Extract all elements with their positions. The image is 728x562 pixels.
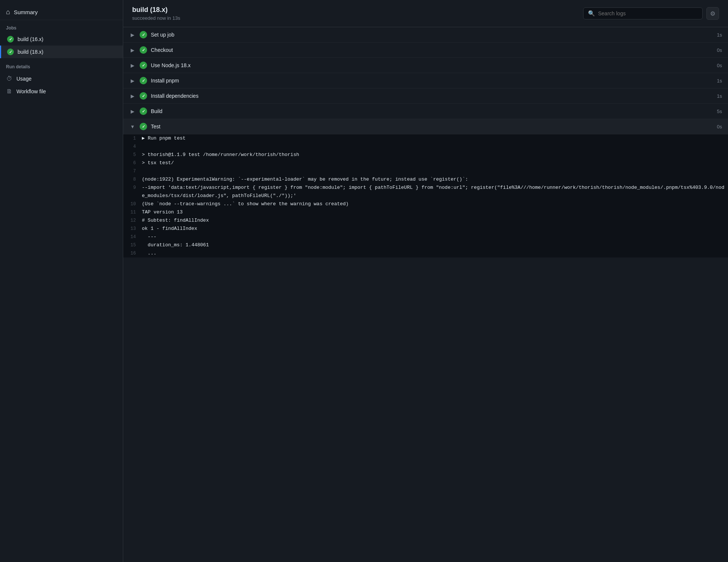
clock-icon: ⏱ [6,75,13,82]
step-install-pnpm[interactable]: ▶ Install pnpm 1s [123,73,728,88]
log-line-content: # Subtest: findAllIndex [142,216,728,225]
job-status: succeeded now in 13s [132,15,180,21]
log-line: 8(node:1922) ExperimentalWarning: `--exp… [123,175,728,184]
step-success-icon [140,31,147,38]
log-line: 9--import 'data:text/javascript,import {… [123,184,728,200]
sidebar-job-16x[interactable]: build (16.x) [0,33,123,46]
sidebar-summary-label: Summary [14,9,38,15]
log-line-content: --import 'data:text/javascript,import { … [142,184,728,200]
main-header: build (18.x) succeeded now in 13s 🔍 ⚙ [123,0,728,27]
sidebar-summary-link[interactable]: ⌂ Summary [0,4,123,20]
log-line: 6> tsx test/ [123,159,728,167]
file-icon: 🗎 [6,88,13,95]
log-line-number: 10 [123,200,142,208]
sidebar: ⌂ Summary Jobs build (16.x) build (18.x)… [0,0,123,562]
search-logs-input[interactable] [598,10,698,16]
chevron-right-icon: ▶ [129,32,136,38]
step-duration-install-deps: 1s [717,93,722,99]
step-success-icon [140,123,147,130]
sidebar-usage-label: Usage [16,76,31,82]
step-duration-set-up-job: 1s [717,32,722,38]
step-success-icon [140,62,147,69]
log-line-content: (Use `node --trace-warnings ...` to show… [142,200,728,208]
sidebar-usage-link[interactable]: ⏱ Usage [0,72,123,85]
step-success-icon [140,92,147,100]
step-set-up-job[interactable]: ▶ Set up job 1s [123,27,728,43]
log-line: 1▶ Run pnpm test [123,134,728,143]
log-line-number: 14 [123,233,142,241]
run-details-label: Run details [0,61,123,72]
step-name-install-pnpm: Install pnpm [151,78,713,84]
log-line: 11TAP version 13 [123,208,728,216]
log-line-content: > thorish@1.1.9 test /home/runner/work/t… [142,151,728,159]
log-line: 15 duration_ms: 1.448061 [123,241,728,249]
log-line-number: 9 [123,184,142,200]
log-line-number: 11 [123,208,142,216]
log-line-content: ok 1 - findAllIndex [142,225,728,233]
log-line-content: ▶ Run pnpm test [142,134,728,143]
success-icon-16x [7,36,14,43]
log-line-content: (node:1922) ExperimentalWarning: `--expe… [142,175,728,184]
log-line-number: 12 [123,216,142,225]
log-line-content: --- [142,233,728,241]
step-install-deps[interactable]: ▶ Install dependencies 1s [123,88,728,104]
log-line-number: 6 [123,159,142,167]
job-title-section: build (18.x) succeeded now in 13s [132,6,180,21]
step-name-test: Test [151,124,713,129]
log-line-number: 13 [123,225,142,233]
home-icon: ⌂ [6,8,10,16]
log-line-number: 5 [123,151,142,159]
step-checkout[interactable]: ▶ Checkout 0s [123,43,728,58]
step-success-icon [140,77,147,84]
step-use-nodejs[interactable]: ▶ Use Node.js 18.x 0s [123,58,728,73]
log-line: 10(Use `node --trace-warnings ...` to sh… [123,200,728,208]
log-line: 13ok 1 - findAllIndex [123,225,728,233]
step-test[interactable]: ▼ Test 0s [123,119,728,134]
step-name-install-deps: Install dependencies [151,93,713,99]
step-duration-install-pnpm: 1s [717,78,722,84]
log-line: 7 [123,167,728,175]
steps-container: ▶ Set up job 1s ▶ Checkout 0s ▶ Use Node… [123,27,728,562]
log-line-content [142,167,728,175]
chevron-right-icon: ▶ [129,93,136,99]
sidebar-workflow-file-link[interactable]: 🗎 Workflow file [0,85,123,98]
gear-icon: ⚙ [710,10,715,17]
log-line: 12# Subtest: findAllIndex [123,216,728,225]
step-success-icon [140,107,147,115]
log-line-content [142,143,728,151]
log-line-content: TAP version 13 [142,208,728,216]
log-line: 4 [123,143,728,151]
step-duration-use-nodejs: 0s [717,63,722,68]
log-line-number: 7 [123,167,142,175]
chevron-right-icon: ▶ [129,109,136,114]
step-name-set-up-job: Set up job [151,32,713,38]
sidebar-job-16x-label: build (16.x) [18,36,43,42]
log-line-number: 16 [123,249,142,257]
log-line-number: 15 [123,241,142,249]
success-icon-18x [7,49,14,55]
log-line: 14 --- [123,233,728,241]
log-line-content: ... [142,249,728,257]
step-name-checkout: Checkout [151,47,713,53]
search-logs-container[interactable]: 🔍 [583,7,703,19]
sidebar-workflow-file-label: Workflow file [16,88,46,94]
settings-button[interactable]: ⚙ [706,7,719,20]
chevron-right-icon: ▶ [129,63,136,68]
main-content: build (18.x) succeeded now in 13s 🔍 ⚙ ▶ … [123,0,728,562]
sidebar-job-18x[interactable]: build (18.x) [0,46,123,58]
log-line-content: > tsx test/ [142,159,728,167]
log-line: 5> thorish@1.1.9 test /home/runner/work/… [123,151,728,159]
search-icon: 🔍 [588,10,595,17]
step-duration-checkout: 0s [717,47,722,53]
log-line-number: 8 [123,175,142,184]
header-actions: 🔍 ⚙ [583,7,719,20]
step-name-use-nodejs: Use Node.js 18.x [151,62,713,68]
chevron-down-icon: ▼ [129,124,136,129]
log-line-number: 4 [123,143,142,151]
step-duration-build: 5s [717,109,722,114]
log-output: 1▶ Run pnpm test45> thorish@1.1.9 test /… [123,134,728,257]
job-title: build (18.x) [132,6,180,14]
step-success-icon [140,46,147,54]
sidebar-job-18x-label: build (18.x) [18,49,43,55]
step-build[interactable]: ▶ Build 5s [123,104,728,119]
